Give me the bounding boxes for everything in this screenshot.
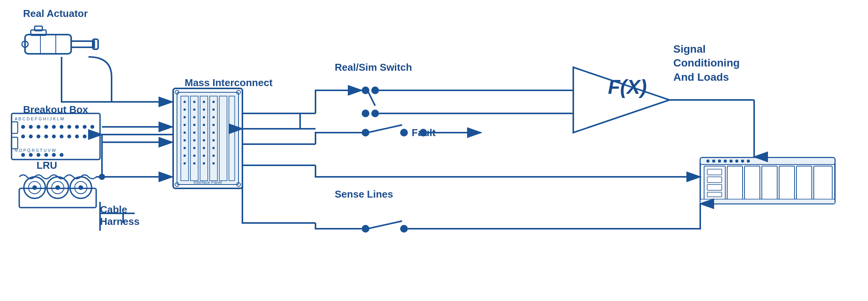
svg-point-83: [203, 139, 205, 141]
svg-point-73: [184, 124, 186, 126]
svg-rect-116: [779, 166, 795, 200]
svg-point-108: [729, 160, 733, 163]
svg-point-22: [67, 125, 71, 129]
daq-chassis-icon: [700, 158, 835, 204]
svg-point-91: [203, 155, 205, 157]
sense-switch-toggle: [367, 221, 402, 229]
svg-point-87: [203, 147, 205, 149]
svg-point-85: [184, 147, 186, 149]
svg-point-106: [718, 160, 721, 163]
svg-point-95: [203, 162, 205, 165]
switch-dot-mid-left: [362, 110, 369, 117]
wire-actuator-step: [88, 57, 112, 102]
svg-point-92: [212, 155, 215, 157]
svg-rect-114: [744, 166, 760, 200]
svg-point-64: [212, 101, 215, 103]
fault-dot: [419, 129, 427, 136]
svg-point-25: [90, 125, 94, 129]
svg-point-19: [44, 125, 48, 129]
svg-point-46: [32, 185, 37, 190]
svg-point-104: [706, 160, 709, 163]
diagram: Real Actuator Breakout Box LRU CableHarn…: [0, 0, 868, 301]
lru-icon: [19, 175, 96, 208]
svg-point-93: [184, 162, 186, 165]
svg-point-35: [90, 135, 94, 138]
switch-dot-mid-right: [371, 110, 379, 117]
svg-point-86: [193, 147, 195, 149]
svg-point-16: [21, 125, 25, 129]
svg-rect-4: [25, 35, 71, 54]
svg-point-84: [212, 139, 215, 141]
svg-point-111: [747, 160, 750, 163]
svg-point-41: [52, 153, 56, 157]
svg-rect-5: [71, 41, 94, 47]
svg-text:Interface Panel: Interface Panel: [194, 180, 222, 185]
svg-rect-115: [762, 166, 777, 200]
svg-rect-120: [707, 177, 722, 183]
svg-point-69: [184, 116, 186, 118]
svg-rect-119: [707, 169, 722, 175]
svg-point-17: [29, 125, 33, 129]
svg-point-49: [55, 185, 60, 190]
svg-point-71: [203, 116, 205, 118]
svg-rect-113: [727, 166, 743, 200]
svg-point-23: [75, 125, 79, 129]
svg-point-82: [193, 139, 195, 141]
svg-point-29: [44, 135, 48, 138]
svg-point-78: [193, 131, 195, 134]
svg-rect-15: [12, 137, 18, 149]
svg-point-79: [203, 131, 205, 134]
svg-point-63: [203, 101, 205, 103]
svg-point-26: [21, 135, 25, 138]
svg-point-31: [60, 135, 63, 138]
svg-point-61: [184, 101, 186, 103]
svg-point-40: [44, 153, 48, 157]
wire-step-2: [300, 113, 315, 129]
breakout-box-icon: A B C D E F G H I J K L M N O P Q R S T …: [12, 113, 100, 160]
sense-switch-dot-right: [400, 225, 408, 233]
svg-point-88: [212, 147, 215, 149]
wire-to-switch-top: [315, 90, 335, 113]
svg-point-67: [203, 108, 205, 111]
svg-text:A B C D E F G H I J K L M: A B C D E F G H I J K L M: [15, 116, 64, 121]
svg-point-39: [37, 153, 40, 157]
svg-point-76: [212, 124, 215, 126]
svg-point-42: [60, 153, 63, 157]
svg-point-109: [735, 160, 738, 163]
wire-mass-sense-down: [242, 177, 315, 223]
svg-point-90: [193, 155, 195, 157]
svg-rect-121: [707, 185, 722, 190]
fault-switch-dot-right: [400, 129, 408, 136]
svg-point-33: [75, 135, 79, 138]
svg-point-28: [37, 135, 40, 138]
wire-sense-top: [315, 165, 700, 177]
svg-point-70: [193, 116, 195, 118]
wire-to-fault-switch: [315, 133, 366, 144]
svg-point-18: [37, 125, 40, 129]
svg-point-68: [212, 108, 215, 111]
wire-sense-lower: [315, 223, 362, 229]
svg-text:N O P Q R S T U V W: N O P Q R S T U V W: [15, 148, 56, 153]
svg-point-21: [60, 125, 63, 129]
svg-point-96: [212, 162, 215, 165]
svg-point-72: [212, 116, 215, 118]
svg-point-32: [67, 135, 71, 138]
fx-triangle: [573, 67, 669, 133]
svg-point-80: [212, 131, 215, 134]
svg-point-24: [83, 125, 87, 129]
svg-point-38: [29, 153, 33, 157]
svg-point-66: [193, 108, 195, 111]
svg-point-107: [724, 160, 727, 163]
svg-point-110: [741, 160, 744, 163]
svg-rect-122: [707, 192, 722, 197]
cable-harness-bracket-top: [100, 202, 135, 213]
wire-actuator-to-breakout: [62, 81, 112, 102]
svg-rect-118: [814, 166, 832, 200]
diagram-svg: A B C D E F G H I J K L M N O P Q R S T …: [0, 0, 868, 301]
svg-point-62: [193, 101, 195, 103]
svg-point-30: [52, 135, 56, 138]
svg-point-34: [83, 135, 87, 138]
svg-rect-123: [700, 199, 835, 204]
fault-switch-toggle: [367, 125, 402, 133]
mass-interconnect-icon: Interface Panel: [173, 88, 242, 188]
